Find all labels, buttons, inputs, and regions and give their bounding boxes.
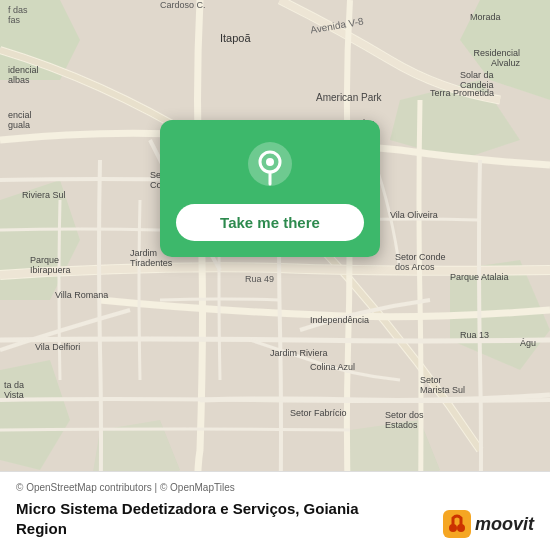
svg-point-14 (457, 524, 465, 532)
bottom-panel: © OpenStreetMap contributors | © OpenMap… (0, 471, 550, 550)
attribution-text: © OpenStreetMap contributors | © OpenMap… (16, 482, 534, 493)
moovit-text: moovit (475, 514, 534, 535)
svg-point-11 (266, 158, 274, 166)
moovit-logo: moovit (443, 510, 534, 538)
location-card: Take me there (160, 120, 380, 257)
map-svg (0, 0, 550, 550)
take-me-there-button[interactable]: Take me there (176, 204, 364, 241)
pin-icon (246, 140, 294, 188)
moovit-icon (443, 510, 471, 538)
svg-rect-12 (443, 510, 471, 538)
location-title: Micro Sistema Dedetizadora e Serviços, G… (16, 499, 396, 538)
map-container: Cardoso C. American Park Itapoã Avenida … (0, 0, 550, 550)
